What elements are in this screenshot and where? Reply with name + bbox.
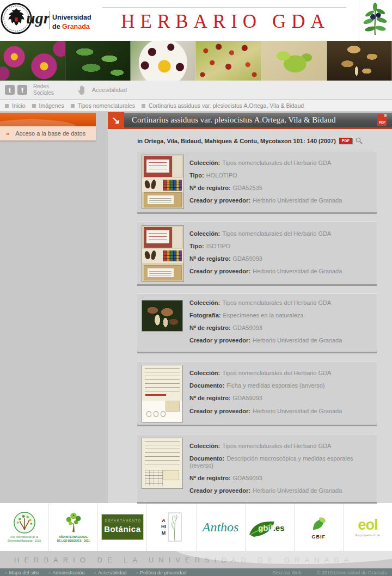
field-value: Especímenes en la naturaleza [223,312,303,318]
breadcrumb-label: Cortinarius assiduus var. plesiocistus A… [149,102,304,109]
field-row: Documento:Ficha y medidas esporales (anv… [189,382,372,389]
field-row: Colección:Tipos nomenclaturales del Herb… [189,160,372,167]
university-name-line2: de Granada [52,22,91,32]
logo-departamento-botanica[interactable]: DEPARTAMENTO Botánica [98,503,147,551]
logo-anthos[interactable]: Anthos [197,503,246,551]
ugr-script-logo[interactable]: ugr [26,9,50,27]
field-value: Tipos nomenclaturales del Herbario GDA [222,160,331,166]
content: » Acceso a la base de datos ↘ Cortinariu… [0,113,392,503]
breadcrumb-item-0[interactable]: Inicio [5,102,26,109]
footer-logo-strip: Año Internacional de la Diversidad Bioló… [0,503,392,551]
field-label: Creador y proveedor: [189,408,250,414]
logo-gbif-es[interactable]: gbif.es [246,503,295,551]
field-value: Tipos nomenclaturales del Herbario GDA [222,370,331,376]
field-label: Colección: [189,370,220,376]
herbarium-sheet-thumbnail[interactable] [142,155,184,209]
twitter-icon[interactable]: t [5,85,15,95]
field-row: Documento:Descripción macroscópica y med… [189,455,372,469]
footer-link-mapa-del-sitio[interactable]: »Mapa del sitio [5,570,39,575]
field-label: Nº de registro: [189,185,231,191]
logo-eol[interactable]: eol Encyclopedia of Life [344,503,392,551]
thumbnail-column [142,297,189,350]
field-label: Documento: [189,382,224,389]
photo-peony-flowers [0,41,65,81]
field-value: Tipos nomenclaturales del Herbario GDA [222,443,331,449]
nature-photo-thumbnail[interactable] [142,300,183,332]
field-value: Herbario Universidad de Granada [253,197,342,204]
document-front-thumbnail[interactable] [142,365,183,422]
photo-mushrooms [327,41,392,81]
field-label: Colección: [189,230,220,237]
record-fields: Colección:Tipos nomenclaturales del Herb… [189,438,372,500]
page-title: Cortinarius assiduus var. plesiocistus A… [132,115,377,125]
herbarium-sheet-thumbnail[interactable] [142,225,184,282]
field-value: GDA59093 [233,324,262,331]
chevron-right-icon: » [136,571,138,575]
thumbnail-column [142,155,189,210]
footer-link-politica-privacidad[interactable]: »Política de privacidad [136,570,186,575]
university-name: Universidad de Granada [52,13,91,32]
field-row: Colección:Tipos nomenclaturales del Herb… [189,230,372,237]
field-value: HOLOTIPO [206,172,237,179]
field-row: Fotografía:Especímenes en la naturaleza [189,312,372,319]
breadcrumb-label: Imágenes [39,102,64,109]
field-label: Colección: [189,160,220,166]
footer-link-accesibilidad[interactable]: »Accesibilidad [94,570,126,575]
botanica-box: DEPARTAMENTO Botánica [101,514,144,540]
sistema-web-label[interactable]: Sistema Web [272,570,301,575]
field-value: Tipos nomenclaturales del Herbario GDA [222,299,331,306]
record-fields: Colección:Tipos nomenclaturales del Herb… [189,365,372,422]
breadcrumb-square-icon [5,104,9,108]
field-label: Nº de registro: [189,395,231,401]
header-rule [102,7,346,8]
logo-gbif[interactable]: GBIF [295,503,344,551]
document-back-thumbnail[interactable] [142,438,183,489]
field-row: Colección:Tipos nomenclaturales del Herb… [189,299,372,307]
logo-ahim[interactable]: AHIM [147,503,196,551]
magnifier-icon[interactable] [356,137,363,144]
record-card: Colección:Tipos nomenclaturales del Herb… [137,222,377,286]
field-row: Creador y proveedor:Herbario Universidad… [189,197,372,204]
sidebar-item-acceso-base-datos[interactable]: » Acceso a la base de datos [0,126,96,140]
footer-link-administracion[interactable]: »Administración [48,570,84,575]
sidebar: » Acceso a la base de datos [0,113,96,140]
field-row: Nº de registro:GDA59093 [189,255,372,262]
breadcrumb-label: Inicio [12,102,26,109]
page-title-bar: ↘ Cortinarius assiduus var. plesiocistus… [108,113,392,129]
thumbnail-column [142,365,189,422]
field-label: Tipo: [189,172,204,179]
citation-pdf-badge[interactable]: PDF [339,138,352,144]
accesibilidad-label[interactable]: Accesibilidad [92,87,127,93]
pdf-icon[interactable]: PDF [377,114,387,126]
breadcrumb-label: Tipos nomenclaturales [78,102,135,109]
record-fields: Colección:Tipos nomenclaturales del Herb… [189,155,372,210]
breadcrumb-item-3: Cortinarius assiduus var. plesiocistus A… [142,102,304,109]
record-card: Colección:Tipos nomenclaturales del Herb… [137,293,377,354]
photo-green-leaves [65,41,131,81]
footer-bar: »Mapa del sitio »Administración »Accesib… [0,568,392,576]
forest-tree-icon [62,511,85,534]
citation-row: in Ortega, Vila, Bidaud, Mahiques & Cont… [108,137,392,144]
arrow-down-right-icon: ↘ [108,112,124,128]
field-row: Nº de registro:GDA59093 [189,395,372,402]
field-row: Nº de registro:GDA52535 [189,185,372,192]
breadcrumb-item-1[interactable]: Imágenes [32,102,64,109]
breadcrumb-item-2[interactable]: Tipos nomenclaturales [71,102,135,109]
photo-strip [0,41,392,81]
accessibility-hand-icon[interactable] [77,84,88,95]
copyright-label: © 2010 Universidad de Granada [317,570,387,575]
chevron-right-icon: » [48,571,51,575]
redes-sociales-label: Redes Sociales [33,83,54,96]
logo-anio-biodiversidad[interactable]: Año Internacional de la Diversidad Bioló… [0,503,49,551]
photo-green-alga [261,41,327,81]
logo-anio-bosques[interactable]: AÑO INTERNACIONAL DE LOS BOSQUES · 2011 [49,503,98,551]
field-value: GDA52535 [233,185,262,191]
field-row: Nº de registro:GDA59093 [189,475,372,482]
facebook-icon[interactable]: f [17,85,27,95]
field-label: Nº de registro: [189,475,231,481]
header-divider [49,11,50,29]
field-value: Tipos nomenclaturales del Herbario GDA [222,230,331,237]
field-value: Herbario Universidad de Granada [253,487,342,494]
record-fields: Colección:Tipos nomenclaturales del Herb… [189,297,372,350]
field-row: Creador y proveedor:Herbario Universidad… [189,268,372,275]
